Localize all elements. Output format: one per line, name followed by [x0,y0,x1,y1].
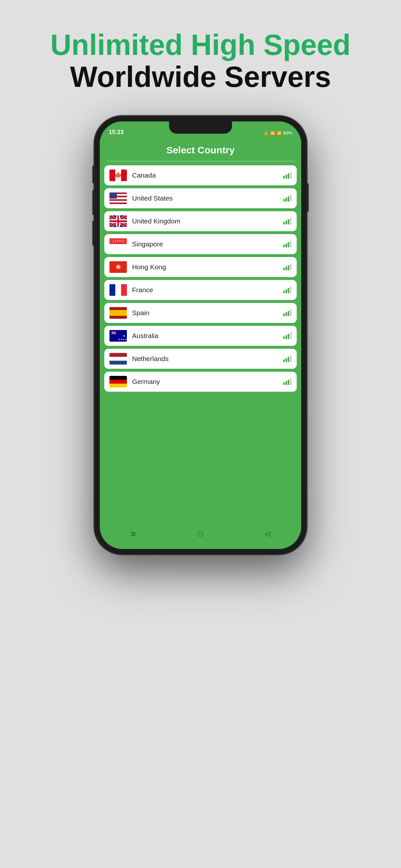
country-name: France [132,286,278,294]
flag-australia: 🇬🇧 ✦ ✦✦✦✦ [110,330,127,342]
signal-bars [283,310,291,316]
flag-germany [110,376,127,388]
power-button [307,183,309,212]
country-name: Spain [132,309,278,317]
home-nav-icon[interactable]: □ [198,529,203,538]
battery-text: 80% [283,130,292,135]
flag-usa [110,192,127,204]
flag-singapore: ☽ ✦✦✦✦✦ [110,238,127,250]
flag-spain [110,307,127,319]
list-item[interactable]: United Kingdom [104,211,297,231]
list-item[interactable]: 🇬🇧 ✦ ✦✦✦✦ Australia [104,326,297,346]
list-item[interactable]: ❋ Hong Kong [104,257,297,277]
header-line1: Unlimited High Speed [50,29,351,61]
country-list: 🍁 Canada [100,161,301,523]
country-name: Hong Kong [132,263,278,271]
phone-screen: 15:23 🔒 📶 📶 80% Select Country [100,121,301,549]
signal-bars [283,218,291,224]
country-name: Germany [132,378,278,385]
list-item[interactable]: Spain [104,303,297,323]
flag-hongkong: ❋ [110,261,127,273]
phone-mockup: 15:23 🔒 📶 📶 80% Select Country [94,116,307,555]
signal-bars [283,241,291,247]
signal-bars [283,333,291,339]
signal-bars [283,355,291,362]
status-time: 15:23 [109,129,124,135]
list-item[interactable]: France [104,280,297,300]
country-name: Australia [132,332,278,340]
page-header: Unlimited High Speed Worldwide Servers [50,29,351,93]
notch [169,121,232,134]
flag-france [110,284,127,296]
country-name: United States [132,194,278,202]
page-background: Unlimited High Speed Worldwide Servers 1… [0,0,401,868]
flag-uk [110,215,127,227]
list-item[interactable]: 🍁 Canada [104,165,297,185]
back-nav-icon[interactable]: ◁ [265,530,270,538]
country-name: Canada [132,172,278,179]
app-content: Select Country 🍁 Canada [100,138,301,549]
list-item[interactable]: United States [104,188,297,208]
signal-icon1: 📶 [270,131,275,135]
country-name: Singapore [132,240,278,248]
flag-canada: 🍁 [110,169,127,181]
signal-bars [283,264,291,270]
signal-icon2: 📶 [277,131,281,135]
volume-down-button [92,221,94,246]
signal-bars [283,172,291,179]
list-item[interactable]: Germany [104,372,297,392]
bottom-nav: ≡ □ ◁ [100,523,301,549]
signal-bars [283,195,291,202]
flag-netherlands [110,353,127,365]
menu-nav-icon[interactable]: ≡ [131,529,135,539]
list-item[interactable]: ☽ ✦✦✦✦✦ Singapore [104,234,297,254]
screen-title: Select Country [100,138,301,161]
volume-up-button [92,190,94,215]
silent-button [92,166,94,183]
signal-bars [283,287,291,293]
header-line2: Worldwide Servers [50,61,351,93]
country-name: United Kingdom [132,217,278,225]
country-name: Netherlands [132,355,278,363]
status-icons: 🔒 📶 📶 80% [264,130,292,135]
lock-icon: 🔒 [264,131,269,135]
signal-bars [283,378,291,385]
list-item[interactable]: Netherlands [104,349,297,369]
